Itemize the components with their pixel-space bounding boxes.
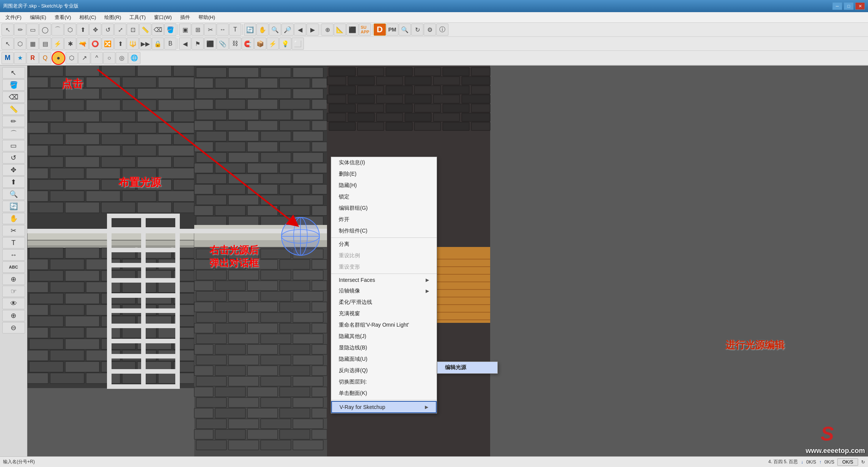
left-draw[interactable]: ✏	[2, 116, 25, 127]
tool-r2-16[interactable]: ⚑	[192, 38, 204, 50]
tool-r2-22[interactable]: ⚡	[267, 38, 279, 50]
dimension-tool[interactable]: ↔	[217, 24, 229, 36]
tool-r3-r[interactable]: R	[27, 52, 39, 64]
menu-file[interactable]: 文件(F)	[2, 13, 25, 22]
menu-edit[interactable]: 编辑(E)	[26, 13, 50, 22]
sketchup-store[interactable]: SUAPP	[359, 24, 371, 36]
tool-r2-21[interactable]: 📦	[254, 38, 266, 50]
left-eraser[interactable]: ⌫	[2, 91, 25, 103]
ctx-switch-layer[interactable]: 切换图层到:	[331, 376, 437, 388]
left-pan[interactable]: ✋	[2, 213, 25, 224]
tool-r3-hex[interactable]: ⬡	[66, 52, 78, 64]
menu-help[interactable]: 帮助(H)	[195, 13, 219, 22]
pm-button[interactable]: PM	[386, 24, 398, 36]
ctx-explode[interactable]: 炸开	[331, 214, 437, 225]
tool-r2-14[interactable]: B	[164, 38, 176, 50]
maximize-button[interactable]: □	[844, 2, 854, 10]
match-tool[interactable]: 📐	[334, 24, 346, 36]
ctx-edit-group[interactable]: 编辑群组(G)	[331, 203, 437, 214]
d-button[interactable]: D	[374, 24, 386, 36]
tool-r3-star[interactable]: ★	[14, 52, 26, 64]
group-tool[interactable]: ▣	[179, 24, 191, 36]
polygon-tool[interactable]: ⬡	[64, 24, 76, 36]
ctx-rename[interactable]: 重命名群组'V-Ray Omni Light'	[331, 319, 437, 331]
refresh-button[interactable]: ↻	[411, 24, 423, 36]
component-tool[interactable]: ⊞	[192, 24, 204, 36]
left-tape[interactable]: 📏	[2, 104, 25, 115]
left-abc[interactable]: ABC	[2, 261, 25, 273]
ctx-separate[interactable]: 分离	[331, 239, 437, 250]
tool-r3-target[interactable]: ◎	[116, 52, 128, 64]
tool-r2-2[interactable]: ⬡	[14, 38, 26, 50]
submenu-edit-light[interactable]: 编辑光源	[437, 362, 497, 373]
tool-r2-4[interactable]: ▤	[39, 38, 51, 50]
scale-tool[interactable]: ⤢	[114, 24, 126, 36]
ctx-show-edges[interactable]: 显隐边线(B)	[331, 342, 437, 354]
tape-tool[interactable]: 📏	[139, 24, 151, 36]
paint-tool[interactable]: 🪣	[164, 24, 176, 36]
tool-r2-19[interactable]: ⛓	[229, 38, 241, 50]
left-select[interactable]: ↖	[2, 67, 25, 79]
circle-tool[interactable]: ◯	[39, 24, 51, 36]
menu-draw[interactable]: 绘图(R)	[101, 13, 125, 22]
menu-window[interactable]: 窗口(W)	[150, 13, 176, 22]
tool-r2-15[interactable]: ◀	[179, 38, 191, 50]
zoom-tool[interactable]: 🔍	[269, 24, 281, 36]
search-button[interactable]: 🔍	[399, 24, 411, 36]
select-tool[interactable]: ↖	[2, 24, 14, 36]
ctx-hide-faces[interactable]: 隐藏面域(U)	[331, 354, 437, 365]
prev-tool[interactable]: ◀	[294, 24, 306, 36]
tool-r3-circle[interactable]: ○	[103, 52, 115, 64]
menu-camera[interactable]: 相机(C)	[75, 13, 100, 22]
tool-r2-10[interactable]: ⬆	[114, 38, 126, 50]
tool-r2-3[interactable]: ▦	[27, 38, 39, 50]
tool-r2-8[interactable]: ⭕	[89, 38, 101, 50]
left-axes[interactable]: ⊕	[2, 274, 25, 285]
orbit-tool[interactable]: 🔄	[244, 24, 256, 36]
tool-r3-caret[interactable]: ^	[91, 52, 103, 64]
tool-r2-23[interactable]: 💡	[279, 38, 291, 50]
ctx-mirror[interactable]: 沿轴镜像 ▶	[331, 285, 437, 297]
ctx-hide-others[interactable]: 隐藏其他(J)	[331, 331, 437, 342]
tool-r3-sphere[interactable]: ●	[52, 51, 65, 65]
left-orbit[interactable]: 🔄	[2, 201, 25, 212]
tool-r2-7[interactable]: 🔫	[77, 38, 89, 50]
text-tool[interactable]: T	[229, 24, 241, 36]
tool-r2-6[interactable]: ✱	[64, 38, 76, 50]
left-shapes[interactable]: ▭	[2, 140, 25, 151]
ctx-invert-select[interactable]: 反向选择(Q)	[331, 365, 437, 376]
menu-plugin[interactable]: 插件	[176, 13, 194, 22]
left-arc[interactable]: ⌒	[2, 128, 25, 139]
ctx-vray[interactable]: V-Ray for Sketchup ▶	[331, 401, 437, 413]
left-zoomout[interactable]: ⊖	[2, 322, 25, 333]
ctx-entity-info[interactable]: 实体信息(I)	[331, 157, 437, 168]
tool-r2-20[interactable]: 🧲	[242, 38, 254, 50]
tool-r3-globe[interactable]: 🌐	[128, 52, 140, 64]
pencil-tool[interactable]: ✏	[14, 24, 26, 36]
tool-r2-17[interactable]: ⬛	[204, 38, 216, 50]
tool-r3-q[interactable]: Q	[39, 52, 51, 64]
left-eye[interactable]: 👁	[2, 298, 25, 309]
left-rotate[interactable]: ↺	[2, 152, 25, 164]
info-button[interactable]: ⓘ	[436, 24, 448, 36]
tool-r2-18[interactable]: 📎	[217, 38, 229, 50]
tool-r2-9[interactable]: 🔀	[102, 38, 114, 50]
offset-tool[interactable]: ⊡	[127, 24, 139, 36]
tool-r3-m[interactable]: M	[2, 52, 14, 64]
tool-r2-1[interactable]: ↖	[2, 38, 14, 50]
settings-button[interactable]: ⚙	[424, 24, 436, 36]
menu-tools[interactable]: 工具(T)	[126, 13, 149, 22]
close-button[interactable]: ✕	[855, 2, 865, 10]
eraser-tool[interactable]: ⌫	[152, 24, 164, 36]
ok-button[interactable]: OK/S	[837, 458, 858, 466]
rotate-tool[interactable]: ↺	[102, 24, 114, 36]
left-section[interactable]: ✂	[2, 225, 25, 236]
tool-r2-12[interactable]: ▶▶	[139, 38, 151, 50]
ctx-soften[interactable]: 柔化/平滑边线	[331, 297, 437, 308]
left-zoomin[interactable]: ⊕	[2, 310, 25, 321]
axes-tool[interactable]: ⊕	[321, 24, 333, 36]
ctx-delete[interactable]: 删除(E)	[331, 168, 437, 180]
tool-r2-24[interactable]: ⬜	[292, 38, 304, 50]
ctx-hide[interactable]: 隐藏(H)	[331, 180, 437, 191]
rectangle-tool[interactable]: ▭	[27, 24, 39, 36]
